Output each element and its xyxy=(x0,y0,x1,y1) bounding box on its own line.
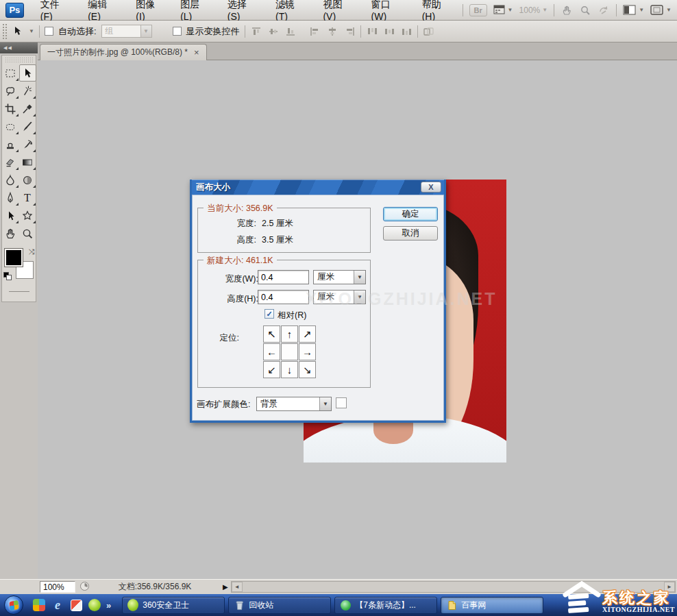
menu-select[interactable]: 选择(S) xyxy=(219,0,267,21)
width-input[interactable] xyxy=(258,270,309,284)
rectangular-marquee-tool[interactable] xyxy=(2,64,19,82)
swap-colors-icon[interactable]: ⤨ xyxy=(29,247,35,256)
magic-wand-tool[interactable] xyxy=(19,82,36,99)
align-top-edges-button[interactable] xyxy=(250,26,262,37)
align-vertical-centers-button[interactable] xyxy=(267,26,280,37)
align-right-edges-button[interactable] xyxy=(343,26,356,37)
quicklaunch-360-safe-icon[interactable] xyxy=(88,598,101,612)
type-tool[interactable]: T xyxy=(19,189,36,206)
distribute-bottom-edges-button[interactable] xyxy=(400,26,413,37)
anchor-top-right[interactable]: ↗ xyxy=(299,325,316,343)
default-colors-icon[interactable] xyxy=(3,272,12,280)
menu-file[interactable]: 文件(F) xyxy=(32,0,79,21)
menu-help[interactable]: 帮助(H) xyxy=(414,0,463,21)
hand-tool-button[interactable] xyxy=(561,5,573,16)
close-tab-icon[interactable]: × xyxy=(194,48,199,57)
move-tool-preset[interactable] xyxy=(12,26,24,37)
dialog-close-button[interactable]: X xyxy=(421,182,441,193)
rotate-icon xyxy=(598,5,609,16)
align-bottom-edges-button[interactable] xyxy=(284,26,297,37)
foreground-color-swatch[interactable] xyxy=(5,249,23,267)
options-bar-grip[interactable] xyxy=(2,23,7,40)
brush-tool[interactable] xyxy=(19,118,36,135)
anchor-left[interactable]: ← xyxy=(263,343,280,360)
zoom-percentage-input[interactable]: 100% xyxy=(40,581,75,593)
anchor-bottom[interactable]: ↓ xyxy=(281,361,298,378)
move-tool[interactable] xyxy=(19,64,36,82)
width-unit-select[interactable]: 厘米 ▼ xyxy=(313,270,366,284)
distribute-vertical-centers-button[interactable] xyxy=(383,26,395,37)
dialog-titlebar[interactable]: 画布大小 X xyxy=(192,180,444,195)
align-left-edges-button[interactable] xyxy=(309,26,321,37)
path-selection-tool[interactable] xyxy=(2,207,19,224)
status-menu-arrow-icon[interactable]: ▶ xyxy=(223,583,228,591)
horizontal-scrollbar[interactable]: ◄ ► xyxy=(231,581,676,593)
auto-select-checkbox[interactable] xyxy=(45,27,53,36)
blur-tool[interactable] xyxy=(2,171,19,188)
quicklaunch-internet-explorer-icon[interactable]: e xyxy=(51,598,64,612)
ok-button[interactable]: 确定 xyxy=(383,207,438,221)
launcher-button[interactable]: ▼ xyxy=(493,5,513,15)
cancel-button[interactable]: 取消 xyxy=(383,226,438,241)
canvas-extension-color-select[interactable]: 背景 ▼ xyxy=(256,397,332,411)
quicklaunch-app-icon[interactable] xyxy=(69,598,83,612)
show-transform-checkbox[interactable] xyxy=(173,27,182,36)
panel-grip[interactable] xyxy=(5,57,33,63)
height-input[interactable] xyxy=(258,290,309,304)
quicklaunch-360-desktop-icon[interactable] xyxy=(32,598,46,612)
taskbar-item-news[interactable]: 【7条新动态】... xyxy=(334,597,437,614)
taskbar-item-recycle-bin[interactable]: 回收站 xyxy=(228,597,331,614)
custom-shape-tool[interactable] xyxy=(19,207,36,224)
pen-tool[interactable] xyxy=(2,189,19,206)
relative-checkbox[interactable]: ✓ xyxy=(264,309,274,319)
hand-tool[interactable] xyxy=(2,225,19,242)
anchor-bottom-left[interactable]: ↙ xyxy=(263,361,280,378)
taskbar-item-360-safe[interactable]: 360安全卫士 xyxy=(122,597,225,614)
quicklaunch-more-icon[interactable]: » xyxy=(106,600,111,611)
zoom-level-dropdown[interactable]: 100% ▼ xyxy=(519,5,548,15)
auto-align-layers-button[interactable] xyxy=(423,26,435,37)
anchor-top-left[interactable]: ↖ xyxy=(263,325,280,343)
scroll-right-icon[interactable]: ► xyxy=(664,582,675,592)
bridge-button[interactable]: Br xyxy=(469,4,487,16)
eraser-tool[interactable] xyxy=(2,153,19,171)
dodge-tool[interactable] xyxy=(19,171,36,188)
screen-mode-button[interactable]: ▼ xyxy=(650,5,672,15)
anchor-bottom-right[interactable]: ↘ xyxy=(299,361,316,378)
extension-color-swatch[interactable] xyxy=(336,397,347,408)
panel-collapse-bar[interactable]: ◀◀ xyxy=(0,42,38,53)
anchor-top[interactable]: ↑ xyxy=(281,325,298,343)
crop-tool[interactable] xyxy=(2,100,19,117)
new-width-label: 宽度(W): xyxy=(210,273,258,285)
auto-select-dropdown[interactable]: 组 ▼ xyxy=(101,25,152,38)
zoom-tool[interactable] xyxy=(19,225,36,242)
zoom-tool-button[interactable] xyxy=(579,5,591,16)
menu-window[interactable]: 窗口(W) xyxy=(363,0,414,21)
scroll-left-icon[interactable]: ◄ xyxy=(232,582,243,592)
lasso-tool[interactable] xyxy=(2,82,19,99)
current-height-label: 高度: xyxy=(212,234,256,246)
menu-filter[interactable]: 滤镜(T) xyxy=(267,0,315,21)
history-brush-tool[interactable] xyxy=(19,136,36,153)
menu-image[interactable]: 图像(I) xyxy=(127,0,172,21)
document-tab[interactable]: 一寸照片的制作.jpg @ 100%(RGB/8) * × xyxy=(40,44,207,60)
distribute-top-edges-button[interactable] xyxy=(366,26,378,37)
rotate-view-button[interactable] xyxy=(598,5,610,16)
tool-preset-dropdown-icon[interactable]: ▼ xyxy=(29,28,34,34)
start-button[interactable] xyxy=(4,595,23,615)
menu-edit[interactable]: 编辑(E) xyxy=(79,0,127,21)
menu-layer[interactable]: 图层(L) xyxy=(172,0,219,21)
align-horizontal-centers-button[interactable] xyxy=(326,26,338,37)
height-unit-select[interactable]: 厘米 ▼ xyxy=(313,290,366,304)
gradient-tool[interactable] xyxy=(19,153,36,171)
spot-healing-brush-tool[interactable] xyxy=(2,118,19,135)
photoshop-logo-icon[interactable]: Ps xyxy=(5,3,24,18)
taskbar-item-baishi-active[interactable]: 百事网 xyxy=(441,597,543,614)
anchor-center[interactable] xyxy=(281,343,298,360)
arrange-documents-button[interactable]: ▼ xyxy=(623,5,644,15)
screen-mode-icon xyxy=(650,5,664,15)
clone-stamp-tool[interactable] xyxy=(2,136,19,153)
menu-view[interactable]: 视图(V) xyxy=(315,0,362,21)
anchor-right[interactable]: → xyxy=(299,343,316,360)
eyedropper-tool[interactable] xyxy=(19,100,36,117)
